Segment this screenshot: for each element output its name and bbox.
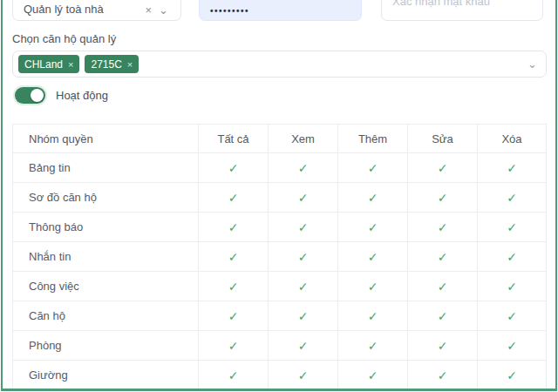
password-masked-value: ••••••••• [210,6,249,16]
permission-row: Bảng tin✓✓✓✓✓ [13,153,547,183]
permission-check-cell[interactable]: ✓ [338,361,408,390]
tag-label: 2715C [91,58,121,71]
check-icon: ✓ [507,309,517,323]
permission-check-cell[interactable]: ✓ [199,153,269,183]
permission-check-cell[interactable]: ✓ [199,361,269,390]
permission-check-cell[interactable]: ✓ [269,331,338,361]
permission-check-cell[interactable]: ✓ [199,242,269,272]
chevron-down-icon[interactable]: ⌄ [527,57,537,71]
apartment-tag[interactable]: 2715C× [85,55,139,73]
status-toggle[interactable] [15,87,45,104]
permission-check-cell[interactable]: ✓ [408,242,478,272]
permission-check-cell[interactable]: ✓ [408,213,478,242]
permission-check-cell[interactable]: ✓ [408,301,478,331]
permission-check-cell[interactable]: ✓ [269,183,338,213]
permission-check-cell[interactable]: ✓ [199,272,269,301]
check-icon: ✓ [368,161,378,175]
permission-check-cell[interactable]: ✓ [408,331,478,361]
clear-icon[interactable]: × [142,4,156,16]
permission-check-cell[interactable]: ✓ [338,301,408,331]
permission-check-cell[interactable]: ✓ [199,331,269,361]
permission-row: Công việc✓✓✓✓✓ [13,272,547,301]
permission-check-cell[interactable]: ✓ [199,301,269,331]
permission-check-cell[interactable]: ✓ [478,361,547,390]
permission-check-cell[interactable]: ✓ [478,272,547,301]
chevron-down-icon[interactable]: ⌄ [155,4,172,16]
permission-check-cell[interactable]: ✓ [478,242,547,272]
permission-check-cell[interactable]: ✓ [478,213,547,242]
check-icon: ✓ [438,368,448,382]
permission-group-name: Bảng tin [13,153,199,183]
permission-check-cell[interactable]: ✓ [269,301,338,331]
check-icon: ✓ [368,339,378,353]
permission-check-cell[interactable]: ✓ [478,331,547,361]
check-icon: ✓ [438,280,448,294]
permissions-table-header: Nhóm quyềnTất cảXemThêmSửaXóa [13,125,547,153]
status-toggle-label: Hoạt động [56,89,108,102]
check-icon: ✓ [228,368,239,382]
permission-group-name: Thông báo [13,213,199,242]
check-icon: ✓ [507,280,517,294]
permission-check-cell[interactable]: ✓ [338,242,408,272]
permission-check-cell[interactable]: ✓ [269,361,338,390]
check-icon: ✓ [298,250,309,264]
permission-check-cell[interactable]: ✓ [408,361,478,390]
check-icon: ✓ [298,220,309,234]
check-icon: ✓ [298,280,309,294]
apartment-select-label: Chọn căn hộ quản lý [12,32,116,45]
permission-row: Sơ đồ căn hộ✓✓✓✓✓ [13,183,547,213]
check-icon: ✓ [298,161,309,175]
permission-group-name: Phòng [13,331,199,361]
permission-check-cell[interactable]: ✓ [338,272,408,301]
apartment-multiselect[interactable]: CHLand×2715C× ⌄ [12,51,547,78]
check-icon: ✓ [228,250,239,264]
permission-check-cell[interactable]: ✓ [478,183,547,213]
tag-remove-icon[interactable]: × [127,59,133,70]
permission-check-cell[interactable]: ✓ [199,213,269,242]
apartment-tags: CHLand×2715C× [18,55,527,73]
check-icon: ✓ [228,161,239,175]
check-icon: ✓ [228,280,239,294]
permission-check-cell[interactable]: ✓ [199,183,269,213]
permission-check-cell[interactable]: ✓ [408,272,478,301]
permission-check-cell[interactable]: ✓ [338,153,408,183]
confirm-password-field[interactable] [381,0,543,21]
check-icon: ✓ [438,309,448,323]
permission-check-cell[interactable]: ✓ [408,153,478,183]
tag-remove-icon[interactable]: × [68,59,73,70]
check-icon: ✓ [438,161,448,175]
check-icon: ✓ [438,191,448,205]
permission-check-cell[interactable]: ✓ [338,213,408,242]
permission-group-name: Căn hộ [13,301,199,331]
check-icon: ✓ [368,280,378,294]
column-header: Thêm [338,125,408,153]
permission-check-cell[interactable]: ✓ [269,213,338,242]
permission-check-cell[interactable]: ✓ [338,331,408,361]
column-header: Xem [269,125,338,153]
permission-check-cell[interactable]: ✓ [269,272,338,301]
check-icon: ✓ [298,339,309,353]
admin-permissions-form: Quản lý toà nhà × ⌄ ••••••••• Chọn căn h… [0,0,558,392]
toggle-knob [31,89,44,102]
building-select[interactable]: Quản lý toà nhà × ⌄ [12,0,181,21]
password-field[interactable]: ••••••••• [199,0,362,21]
check-icon: ✓ [507,191,517,205]
check-icon: ✓ [368,220,378,234]
permission-check-cell[interactable]: ✓ [408,183,478,213]
permission-check-cell[interactable]: ✓ [338,183,408,213]
permission-check-cell[interactable]: ✓ [269,242,338,272]
permission-check-cell[interactable]: ✓ [269,153,338,183]
check-icon: ✓ [368,368,378,382]
permission-group-name: Công việc [13,272,199,301]
apartment-tag[interactable]: CHLand× [18,55,79,73]
check-icon: ✓ [368,309,378,323]
permission-check-cell[interactable]: ✓ [478,301,547,331]
status-toggle-row: Hoạt động [15,87,108,104]
permission-check-cell[interactable]: ✓ [478,153,547,183]
check-icon: ✓ [228,339,239,353]
column-header: Xóa [478,125,547,153]
check-icon: ✓ [298,368,309,382]
permission-row: Giường✓✓✓✓✓ [13,361,547,390]
permission-row: Nhắn tin✓✓✓✓✓ [13,242,547,272]
tag-label: CHLand [24,58,63,71]
